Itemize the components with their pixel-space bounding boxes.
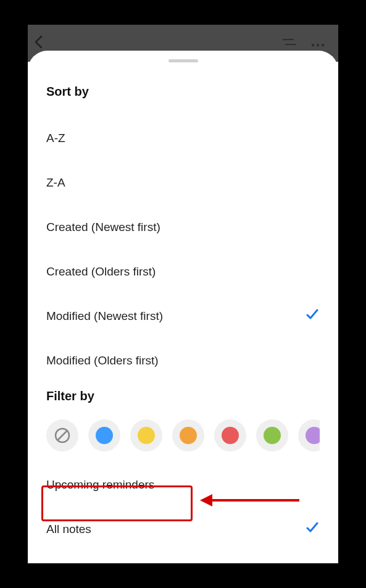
sort-option-label: Created (Newest first) — [46, 220, 160, 234]
color-filter-orange[interactable] — [172, 419, 204, 452]
svg-point-3 — [317, 43, 319, 46]
sort-option-label: Modified (Newest first) — [46, 309, 163, 323]
color-dot — [222, 427, 239, 444]
sort-option-label: Modified (Olders first) — [46, 354, 159, 368]
sort-section-title: Sort by — [46, 85, 320, 99]
color-dot — [306, 427, 320, 444]
sort-icon — [283, 37, 296, 50]
sort-option[interactable]: Created (Newest first) — [46, 205, 320, 250]
back-icon — [34, 35, 43, 52]
sort-option[interactable]: Modified (Newest first) — [46, 294, 320, 338]
filter-section-title: Filter by — [46, 389, 320, 403]
filter-option-label: Upcoming reminders — [46, 478, 154, 492]
no-color-icon — [54, 427, 71, 444]
sort-option[interactable]: Modified (Olders first) — [46, 338, 320, 383]
color-filter-blue[interactable] — [88, 419, 120, 452]
sort-option[interactable]: A-Z — [46, 116, 320, 161]
sort-option[interactable]: Z-A — [46, 161, 320, 205]
phone-frame: Sort by A-ZZ-ACreated (Newest first)Crea… — [28, 25, 338, 563]
filter-option[interactable]: Upcoming reminders — [46, 463, 320, 507]
color-dot — [138, 427, 155, 444]
color-filter-purple[interactable] — [298, 419, 320, 452]
filter-option-label: All notes — [46, 523, 91, 536]
checkmark-icon — [305, 520, 320, 539]
svg-line-6 — [57, 430, 67, 440]
color-dot — [96, 427, 113, 444]
svg-point-4 — [322, 43, 324, 46]
sort-option-label: Z-A — [46, 176, 65, 190]
bottom-sheet: Sort by A-ZZ-ACreated (Newest first)Crea… — [28, 51, 338, 563]
sort-option-label: Created (Olders first) — [46, 265, 156, 279]
color-filter-yellow[interactable] — [130, 419, 162, 452]
color-dot — [264, 427, 281, 444]
color-dot — [180, 427, 197, 444]
sort-option[interactable]: Created (Olders first) — [46, 250, 320, 294]
filter-option[interactable]: All notes — [46, 507, 320, 552]
color-filter-red[interactable] — [214, 419, 246, 452]
sheet-grabber[interactable] — [168, 59, 198, 62]
color-filter-row — [46, 419, 320, 452]
svg-point-2 — [312, 43, 314, 46]
sort-option-label: A-Z — [46, 132, 65, 145]
checkmark-icon — [305, 307, 320, 326]
color-filter-none[interactable] — [46, 419, 78, 452]
color-filter-green[interactable] — [256, 419, 288, 452]
more-icon — [311, 37, 325, 50]
